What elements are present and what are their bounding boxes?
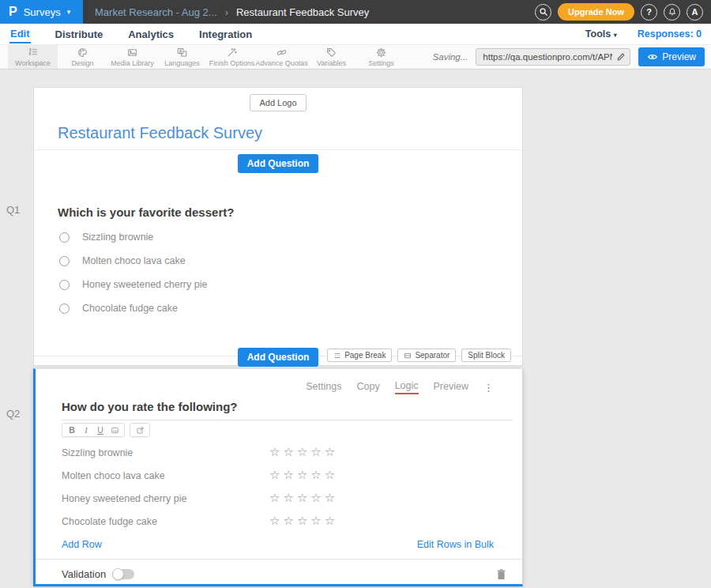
search-button[interactable] — [535, 4, 551, 21]
star-icon — [325, 492, 335, 504]
italic-button[interactable]: I — [79, 426, 93, 435]
star-rating — [269, 515, 335, 527]
breadcrumb-chevron-icon: › — [225, 6, 228, 18]
rating-row-label[interactable]: Honey sweetened cherry pie — [62, 493, 269, 504]
rating-row: Honey sweetened cherry pie — [62, 487, 522, 510]
option-label[interactable]: Honey sweetened cherry pie — [82, 279, 207, 290]
toolbar-item-design[interactable]: Design — [58, 45, 107, 69]
add-question-button-middle[interactable]: Add Question — [238, 348, 319, 367]
split-block-button[interactable]: Split Block — [461, 349, 511, 362]
gear-icon — [375, 47, 387, 58]
q2-menu-logic[interactable]: Logic — [395, 380, 419, 394]
underline-button[interactable]: U — [93, 425, 107, 435]
rating-row-label[interactable]: Chocolate fudge cake — [62, 516, 269, 527]
help-button[interactable]: ? — [641, 4, 657, 21]
tab-edit[interactable]: Edit — [9, 25, 31, 43]
rating-row-label[interactable]: Sizzling brownie — [62, 447, 269, 458]
star-icon — [325, 515, 335, 527]
rating-rows: Sizzling brownie Molten choco lava cake … — [36, 441, 522, 533]
notifications-button[interactable] — [664, 4, 680, 21]
add-row-link[interactable]: Add Row — [62, 539, 102, 550]
question-1-text[interactable]: Which is your favorite dessert? — [58, 205, 522, 219]
top-navigation: P Surveys ▾ Market Research - Aug 2... ›… — [0, 0, 711, 24]
toolbar-item-advance-quotas[interactable]: Advance Quotas — [257, 45, 307, 69]
breadcrumb: Market Research - Aug 2... › Restaurant … — [95, 6, 369, 18]
toolbar-item-settings[interactable]: Settings — [356, 45, 406, 69]
star-icon — [269, 492, 280, 504]
external-link-icon — [136, 426, 145, 435]
toolbar-item-media-library[interactable]: Media Library — [107, 45, 157, 69]
toolbar-item-variables[interactable]: Variables — [307, 45, 356, 69]
edit-url-button[interactable] — [612, 49, 630, 65]
rating-row: Sizzling brownie — [62, 441, 522, 464]
topnav-actions: Upgrade Now ? A — [535, 3, 711, 21]
radio-button[interactable] — [59, 256, 70, 266]
question-2-text-field[interactable]: How do you rate the following? — [62, 400, 513, 420]
q2-menu-copy[interactable]: Copy — [356, 381, 379, 394]
toolbar-right: Saving... https://qa.questionpro.com/t/A… — [433, 45, 711, 69]
external-link-button[interactable] — [133, 426, 147, 435]
questionpro-logo: P — [9, 6, 17, 18]
tag-icon — [325, 47, 337, 58]
tab-distribute[interactable]: Distribute — [55, 26, 104, 43]
star-rating — [269, 447, 335, 458]
radio-button[interactable] — [59, 303, 70, 314]
separator-button[interactable]: Separator — [397, 349, 456, 362]
insert-image-button[interactable] — [107, 426, 122, 435]
menubar-right: Tools ▾ Responses: 0 — [585, 28, 702, 40]
page-break-button[interactable]: Page Break — [327, 349, 392, 362]
star-icon — [297, 515, 307, 527]
q1-option-row: Sizzling brownie — [59, 232, 522, 243]
option-label[interactable]: Molten choco lava cake — [82, 255, 186, 266]
radio-button[interactable] — [59, 232, 70, 243]
survey-url-field[interactable]: https://qa.questionpro.com/t/APNrFZgS — [476, 48, 630, 66]
toolbar-item-finish-options[interactable]: Finish Options — [207, 45, 257, 69]
tab-integration[interactable]: Integration — [198, 26, 253, 43]
rating-row-label[interactable]: Molten choco lava cake — [62, 470, 269, 481]
saving-status: Saving... — [433, 52, 468, 62]
survey-block-2-selected: Settings Copy Logic Preview ⋮ How do you… — [33, 368, 523, 586]
translate-icon — [176, 47, 188, 58]
preview-button[interactable]: Preview — [638, 47, 705, 66]
insert-question-bar: Add Question Page Break Separator Split … — [34, 348, 522, 363]
avatar-initial: A — [692, 7, 698, 17]
breadcrumb-folder[interactable]: Market Research - Aug 2... — [95, 6, 217, 18]
q2-menu-preview[interactable]: Preview — [434, 381, 468, 394]
option-label[interactable]: Chocolate fudge cake — [82, 303, 178, 314]
delete-question-button[interactable] — [496, 568, 506, 580]
toolbar-item-workspace[interactable]: Workspace — [8, 45, 58, 69]
star-icon — [310, 469, 321, 481]
q1-option-row: Molten choco lava cake — [59, 255, 522, 266]
surveys-product-switcher[interactable]: P Surveys ▾ — [0, 0, 83, 24]
star-icon — [325, 469, 335, 481]
breadcrumb-current-survey: Restaurant Feedback Survey — [236, 6, 369, 18]
responses-count[interactable]: Responses: 0 — [638, 28, 702, 40]
star-icon — [325, 447, 335, 458]
row-actions: Add Row Edit Rows in Bulk — [62, 539, 494, 550]
question-2-text: How do you rate the following? — [62, 400, 238, 413]
radio-button[interactable] — [59, 280, 70, 290]
eye-icon — [647, 53, 658, 61]
option-label[interactable]: Sizzling brownie — [82, 232, 153, 243]
validation-toggle[interactable] — [113, 569, 134, 579]
edit-rows-in-bulk-link[interactable]: Edit Rows in Bulk — [417, 539, 494, 550]
tab-analytics[interactable]: Analytics — [127, 26, 175, 43]
survey-title[interactable]: Restaurant Feedback Survey — [58, 124, 522, 142]
star-icon — [297, 469, 307, 481]
add-question-button-top[interactable]: Add Question — [238, 154, 319, 173]
more-options-icon[interactable]: ⋮ — [483, 383, 494, 393]
tools-menu[interactable]: Tools ▾ — [585, 28, 617, 40]
palette-icon — [77, 47, 88, 58]
upgrade-now-button[interactable]: Upgrade Now — [558, 3, 634, 21]
image-icon — [111, 426, 119, 435]
q1-option-row: Honey sweetened cherry pie — [59, 279, 522, 290]
add-logo-button[interactable]: Add Logo — [250, 94, 306, 111]
bold-button[interactable]: B — [65, 425, 79, 435]
bell-icon — [668, 7, 677, 17]
q2-menu-settings[interactable]: Settings — [306, 381, 341, 394]
account-avatar[interactable]: A — [687, 4, 703, 21]
pencil-icon — [616, 52, 626, 62]
question-mark-icon: ? — [646, 7, 652, 17]
toolbar-item-languages[interactable]: Languages — [157, 45, 207, 69]
question-1-number: Q1 — [6, 204, 20, 216]
